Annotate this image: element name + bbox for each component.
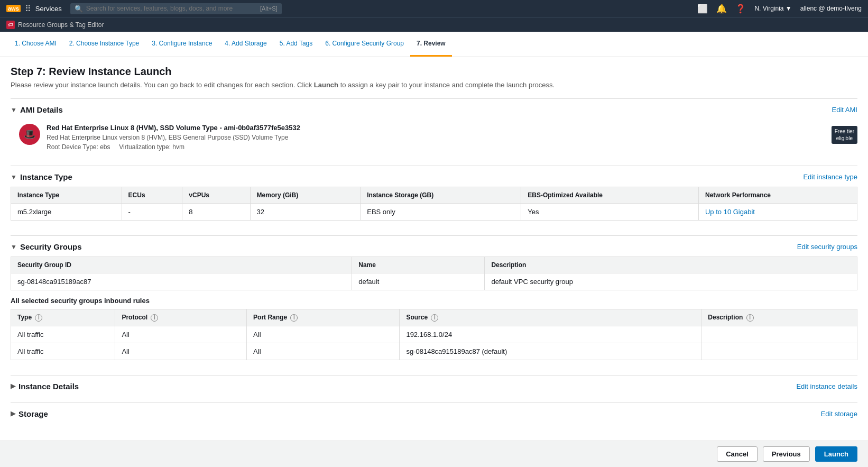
edit-instance-type-link[interactable]: Edit instance type (803, 173, 857, 181)
ib-col-type: Type i (11, 309, 115, 326)
sg-cell-id: sg-08148ca915189ac87 (11, 273, 352, 290)
edit-ami-link[interactable]: Edit AMI (832, 106, 857, 114)
col-ecus: ECUs (122, 187, 182, 204)
cell-storage: EBS only (361, 204, 521, 221)
aws-logo[interactable]: aws (6, 5, 21, 12)
ami-section-body: 🎩 Red Hat Enterprise Linux 8 (HVM), SSD … (11, 120, 857, 166)
previous-button[interactable]: Previous (763, 446, 810, 455)
edit-storage-link[interactable]: Edit storage (821, 410, 857, 418)
storage-title[interactable]: ▶ Storage (11, 409, 48, 418)
ib-port-2: All (247, 343, 400, 360)
storage-section: ▶ Storage Edit storage (11, 402, 857, 430)
security-groups-title[interactable]: ▼ Security Groups (11, 242, 82, 251)
ami-meta: Root Device Type: ebs Virtualization typ… (47, 143, 825, 151)
instance-type-section: ▼ Instance Type Edit instance type Insta… (11, 166, 857, 235)
instance-type-body: Instance Type ECUs vCPUs Memory (GiB) In… (11, 187, 857, 235)
step-6[interactable]: 6. Configure Security Group (319, 32, 410, 57)
grid-icon[interactable]: ⠿ (25, 4, 31, 14)
instance-details-title[interactable]: ▶ Instance Details (11, 382, 79, 391)
ami-details: 🎩 Red Hat Enterprise Linux 8 (HVM), SSD … (11, 120, 857, 157)
cell-memory: 32 (250, 204, 361, 221)
col-network: Network Performance (698, 187, 857, 204)
user-menu[interactable]: allenc @ demo-tlveng (800, 5, 862, 12)
region-selector[interactable]: N. Virginia ▼ (754, 5, 791, 12)
col-ebs: EBS-Optimized Available (521, 187, 699, 204)
sg-col-id: Security Group ID (11, 257, 352, 273)
ib-source-2: sg-08148ca915189ac87 (default) (400, 343, 701, 360)
ami-icon: 🎩 (19, 124, 40, 145)
sg-col-name: Name (352, 257, 485, 273)
instance-type-header: ▼ Instance Type Edit instance type (11, 172, 857, 181)
desc-info-icon[interactable]: i (746, 314, 754, 322)
resource-label: Resource Groups & Tag Editor (18, 21, 104, 29)
ib-port-1: All (247, 326, 400, 343)
ami-info: Red Hat Enterprise Linux 8 (HVM), SSD Vo… (47, 124, 825, 151)
search-bar[interactable]: 🔍 [Alt+S] (70, 3, 282, 14)
services-menu[interactable]: Services (35, 5, 62, 13)
instance-type-title[interactable]: ▼ Instance Type (11, 172, 72, 181)
step-4[interactable]: 4. Add Storage (218, 32, 273, 57)
col-storage: Instance Storage (GB) (361, 187, 521, 204)
cell-ecus: - (122, 204, 182, 221)
search-input[interactable] (86, 5, 258, 12)
aws-logo-box: aws (6, 5, 21, 12)
step-3[interactable]: 3. Configure Instance (145, 32, 218, 57)
port-info-icon[interactable]: i (290, 314, 298, 322)
edit-instance-details-link[interactable]: Edit instance details (796, 382, 857, 390)
launch-button[interactable]: Launch (815, 446, 857, 455)
security-groups-toggle: ▼ (11, 243, 17, 251)
col-instance-type: Instance Type (11, 187, 122, 204)
ib-col-port: Port Range i (247, 309, 400, 326)
instance-details-toggle: ▶ (11, 382, 15, 390)
inbound-rules-table: Type i Protocol i Port Range i Source (11, 309, 857, 360)
step-2[interactable]: 2. Choose Instance Type (63, 32, 146, 57)
instance-type-table: Instance Type ECUs vCPUs Memory (GiB) In… (11, 187, 857, 221)
instance-details-header: ▶ Instance Details Edit instance details (11, 382, 857, 391)
search-icon: 🔍 (75, 5, 83, 13)
sg-cell-name: default (352, 273, 485, 290)
page-title: Step 7: Review Instance Launch (11, 66, 857, 78)
protocol-info-icon[interactable]: i (151, 314, 158, 322)
type-info-icon[interactable]: i (35, 314, 42, 322)
cell-instance-type: m5.2xlarge (11, 204, 122, 221)
ami-desc: Red Hat Enterprise Linux version 8 (HVM)… (47, 134, 825, 141)
ib-source-1: 192.168.1.0/24 (400, 326, 701, 343)
ib-desc-1 (701, 326, 857, 343)
instance-type-toggle: ▼ (11, 173, 17, 181)
ami-name: Red Hat Enterprise Linux 8 (HVM), SSD Vo… (47, 124, 825, 132)
storage-toggle: ▶ (11, 410, 15, 417)
ami-section-header: ▼ AMI Details Edit AMI (11, 105, 857, 114)
cell-ebs: Yes (521, 204, 699, 221)
nav-right: ⬜ 🔔 ❓ N. Virginia ▼ allenc @ demo-tlveng (697, 4, 862, 14)
step-1[interactable]: 1. Choose AMI (8, 32, 63, 57)
cell-vcpus: 8 (182, 204, 250, 221)
security-groups-header: ▼ Security Groups Edit security groups (11, 242, 857, 251)
bell-icon[interactable]: 🔔 (716, 4, 727, 14)
wizard-steps: 1. Choose AMI 2. Choose Instance Type 3.… (0, 32, 868, 57)
page-description: Please review your instance launch detai… (11, 81, 857, 89)
cancel-button[interactable]: Cancel (717, 446, 758, 455)
ib-col-source: Source i (400, 309, 701, 326)
step-7[interactable]: 7. Review (410, 32, 452, 57)
upload-icon[interactable]: ⬜ (697, 4, 708, 14)
ib-col-protocol: Protocol i (115, 309, 247, 326)
help-icon[interactable]: ❓ (735, 4, 746, 14)
ib-protocol-1: All (115, 326, 247, 343)
edit-security-groups-link[interactable]: Edit security groups (797, 243, 857, 251)
ami-section-title[interactable]: ▼ AMI Details (11, 105, 63, 114)
col-memory: Memory (GiB) (250, 187, 361, 204)
instance-type-row: m5.2xlarge - 8 32 EBS only Yes Up to 10 … (11, 204, 857, 221)
footer: Cancel Previous Launch (0, 441, 868, 455)
ami-details-section: ▼ AMI Details Edit AMI 🎩 Red Hat Enterpr… (11, 98, 857, 166)
sg-col-desc: Description (485, 257, 857, 273)
free-tier-badge: Free tier eligible (832, 126, 857, 144)
ib-type-1: All traffic (11, 326, 115, 343)
ib-type-2: All traffic (11, 343, 115, 360)
inbound-row-1: All traffic All All 192.168.1.0/24 (11, 326, 857, 343)
resource-icon: 🏷 (6, 21, 15, 29)
instance-details-section: ▶ Instance Details Edit instance details (11, 375, 857, 402)
source-info-icon[interactable]: i (431, 314, 438, 322)
inbound-row-2: All traffic All All sg-08148ca915189ac87… (11, 343, 857, 360)
step-5[interactable]: 5. Add Tags (273, 32, 319, 57)
sg-row: sg-08148ca915189ac87 default default VPC… (11, 273, 857, 290)
